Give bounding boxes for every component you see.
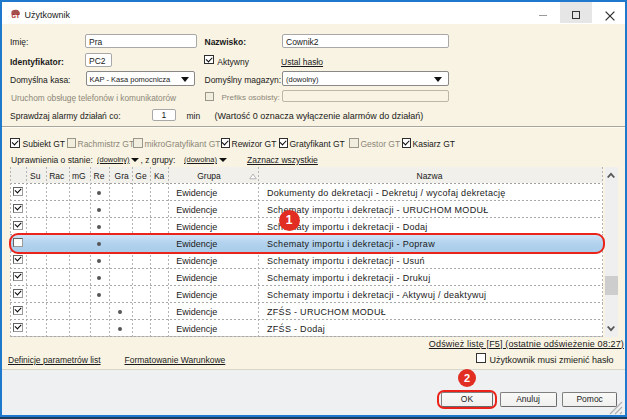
svg-text:GT: GT <box>11 13 20 19</box>
